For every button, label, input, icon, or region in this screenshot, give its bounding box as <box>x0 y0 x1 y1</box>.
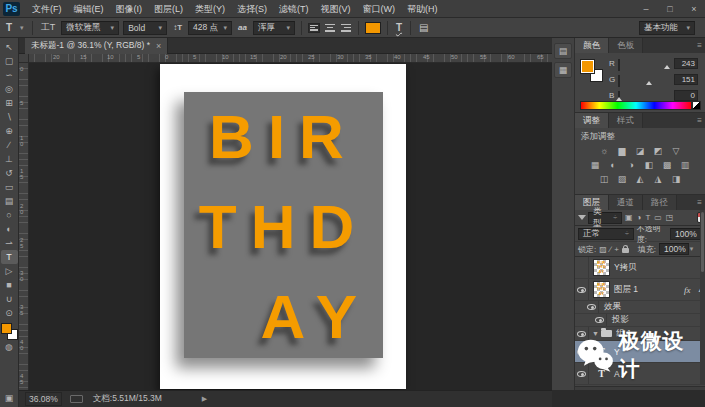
channel-mixer-icon[interactable]: ▩ <box>660 159 674 171</box>
menu-type[interactable]: 类型(Y) <box>189 0 231 18</box>
lock-all-icon[interactable] <box>622 248 629 253</box>
zoom-tool[interactable]: ⊙ <box>1 306 18 320</box>
visibility-cell[interactable] <box>575 279 589 300</box>
red-slider[interactable] <box>618 59 620 71</box>
char-para-panels-icon[interactable]: ▤ <box>417 22 430 33</box>
tab-close-icon[interactable]: × <box>156 41 161 51</box>
layer-row-y-copy[interactable]: BIR THD AY Y拷贝 <box>575 257 705 279</box>
close-button[interactable]: × <box>687 4 701 14</box>
selective-color-icon[interactable]: ◨ <box>669 173 683 185</box>
tab-styles[interactable]: 样式 <box>609 113 643 128</box>
visibility-cell[interactable] <box>585 301 599 313</box>
tab-swatches[interactable]: 色板 <box>609 38 643 53</box>
layer-thumbnail[interactable]: BIR THD AY <box>593 259 610 276</box>
color-lookup-icon[interactable]: ▥ <box>678 159 692 171</box>
filter-type-select[interactable]: 类型÷ <box>588 212 622 224</box>
type-tool-icon[interactable]: T <box>4 22 14 33</box>
tab-color[interactable]: 颜色 <box>575 38 609 53</box>
align-center-icon[interactable] <box>324 23 336 33</box>
color-balance-icon[interactable]: ◐ <box>606 159 620 171</box>
layer-name[interactable]: Y拷贝 <box>614 262 637 274</box>
type-tool[interactable]: T <box>1 250 18 264</box>
green-value-field[interactable]: 151 <box>674 74 698 85</box>
black-white-icon[interactable]: ◑ <box>624 159 638 171</box>
layer-row-effects[interactable]: 效果 <box>575 301 705 314</box>
tab-paths[interactable]: 路径 <box>643 195 677 210</box>
document-tab[interactable]: 未标题-1 @ 36.1% (Y, RGB/8) * × <box>25 38 168 54</box>
birthday-card[interactable]: BIR THD AY <box>184 92 383 358</box>
tab-adjustments[interactable]: 调整 <box>575 113 609 128</box>
path-selection-tool[interactable]: ▷ <box>1 264 18 278</box>
posterize-icon[interactable]: ▨ <box>615 173 629 185</box>
properties-panel-icon[interactable]: ▦ <box>554 62 572 78</box>
visibility-cell[interactable] <box>593 314 607 326</box>
panel-menu-icon[interactable]: ≡ <box>697 116 702 125</box>
quick-mask-icon[interactable]: ◍ <box>1 340 18 354</box>
menu-window[interactable]: 窗口(W) <box>357 0 402 18</box>
filter-type-icon[interactable]: T <box>644 213 651 222</box>
align-left-icon[interactable] <box>308 23 320 33</box>
menu-file[interactable]: 文件(F) <box>26 0 68 18</box>
font-size-select[interactable]: 428 点▾ <box>188 21 232 35</box>
vertical-ruler[interactable]: 0 5 10 15 20 25 30 35 40 45 <box>19 63 29 407</box>
warp-text-icon[interactable]: T <box>394 22 404 33</box>
gradient-map-icon[interactable]: ◮ <box>651 173 665 185</box>
eye-icon[interactable] <box>595 317 604 323</box>
filter-pixel-icon[interactable]: ▣ <box>624 213 634 222</box>
dodge-tool[interactable]: ◐ <box>1 222 18 236</box>
lock-transparency-icon[interactable]: ▨ <box>599 245 607 254</box>
align-right-icon[interactable] <box>340 23 352 33</box>
eraser-tool[interactable]: ▭ <box>1 180 18 194</box>
history-panel-icon[interactable]: ▤ <box>554 43 572 59</box>
zoom-level-field[interactable]: 36.08% <box>25 392 62 406</box>
horizontal-ruler[interactable]: 20 15 10 5 0 5 10 15 20 25 30 35 40 45 5… <box>29 54 552 63</box>
visibility-cell[interactable] <box>575 257 589 278</box>
red-slider-thumb[interactable] <box>664 65 670 69</box>
blue-slider-thumb[interactable] <box>616 97 622 101</box>
eye-icon[interactable] <box>577 287 586 293</box>
exposure-icon[interactable]: ◩ <box>651 145 665 157</box>
layer-name[interactable]: 图层 1 <box>614 284 638 296</box>
panel-menu-icon[interactable]: ≡ <box>697 41 702 50</box>
status-arrow-icon[interactable]: ▶ <box>202 395 207 403</box>
tab-channels[interactable]: 通道 <box>609 195 643 210</box>
spectrum-bw-chips[interactable] <box>692 101 701 110</box>
screen-mode-icon[interactable]: ▣ <box>1 391 18 405</box>
clone-stamp-tool[interactable]: ⊥ <box>1 152 18 166</box>
marquee-tool[interactable]: ▢ <box>1 54 18 68</box>
move-tool[interactable]: ↖ <box>1 40 18 54</box>
pen-tool[interactable]: ⇀ <box>1 236 18 250</box>
maximize-button[interactable]: □ <box>663 4 677 14</box>
shape-tool[interactable]: ■ <box>1 278 18 292</box>
foreground-color-swatch[interactable] <box>1 323 12 334</box>
layer-row-layer1[interactable]: BIR THD AY 图层 1 fx ▴ <box>575 279 705 301</box>
healing-brush-tool[interactable]: ⊕ <box>1 124 18 138</box>
brightness-contrast-icon[interactable]: ☼ <box>597 145 611 157</box>
levels-icon[interactable]: ▆ <box>615 145 629 157</box>
vibrance-icon[interactable]: ▽ <box>669 145 683 157</box>
history-brush-tool[interactable]: ↺ <box>1 166 18 180</box>
menu-image[interactable]: 图像(I) <box>110 0 149 18</box>
crop-tool[interactable]: ⊞ <box>1 96 18 110</box>
red-value-field[interactable]: 243 <box>674 58 698 69</box>
photo-filter-icon[interactable]: ◧ <box>642 159 656 171</box>
filter-adjustment-icon[interactable]: ◑ <box>636 213 643 222</box>
quick-selection-tool[interactable]: ◎ <box>1 82 18 96</box>
effects-label[interactable]: 效果 <box>604 301 621 313</box>
layer-thumbnail[interactable]: BIR THD AY <box>593 281 610 298</box>
curves-icon[interactable]: ◪ <box>633 145 647 157</box>
font-family-select[interactable]: 微软雅黑▾ <box>61 21 119 35</box>
menu-help[interactable]: 帮助(H) <box>401 0 444 18</box>
menu-filter[interactable]: 滤镜(T) <box>273 0 315 18</box>
filter-smart-object-icon[interactable]: ◳ <box>665 213 675 222</box>
threshold-icon[interactable]: ◭ <box>633 173 647 185</box>
fx-badge[interactable]: fx <box>684 285 691 295</box>
menu-view[interactable]: 视图(V) <box>315 0 357 18</box>
eye-icon[interactable] <box>587 304 596 310</box>
foreground-color-swatch[interactable] <box>581 60 594 73</box>
opacity-select[interactable]: 100%▾ <box>670 228 702 240</box>
green-slider[interactable] <box>618 75 620 87</box>
tool-preset-caret-icon[interactable]: ▾ <box>18 24 26 32</box>
text-color-swatch[interactable] <box>365 22 381 34</box>
blue-value-field[interactable]: 0 <box>674 90 698 101</box>
